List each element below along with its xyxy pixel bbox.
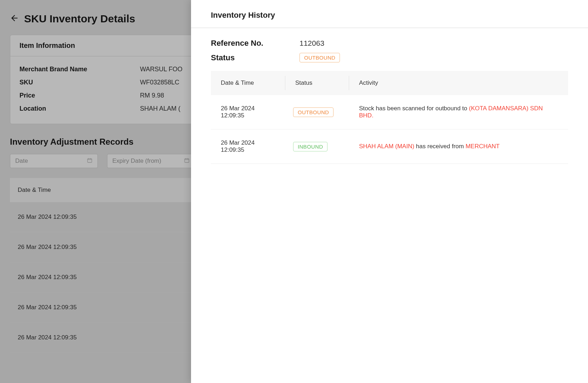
cell-activity: Stock has been scanned for outbound to (… xyxy=(349,95,568,129)
cell-status: INBOUND xyxy=(285,129,349,164)
status-label: Status xyxy=(211,53,299,62)
inventory-history-table: Date & Time Status Activity 26 Mar 2024 … xyxy=(211,71,568,164)
status-badge: OUTBOUND xyxy=(299,53,340,62)
table-row: 26 Mar 2024 12:09:35OUTBOUNDStock has be… xyxy=(211,95,568,129)
cell-status: OUTBOUND xyxy=(285,95,349,129)
status-badge: OUTBOUND xyxy=(293,107,334,117)
drawer-title: Inventory History xyxy=(211,11,568,20)
cell-datetime: 26 Mar 2024 12:09:35 xyxy=(211,129,285,164)
detail-row-reference: Reference No. 112063 xyxy=(211,39,568,48)
reference-no-value: 112063 xyxy=(299,39,324,48)
cell-datetime: 26 Mar 2024 12:09:35 xyxy=(211,95,285,129)
cell-activity: SHAH ALAM (MAIN) has received from MERCH… xyxy=(349,129,568,164)
reference-no-label: Reference No. xyxy=(211,39,299,48)
detail-row-status: Status OUTBOUND xyxy=(211,53,568,62)
activity-highlight: MERCHANT xyxy=(465,143,499,150)
col-datetime: Date & Time xyxy=(211,71,285,95)
activity-highlight: SHAH ALAM (MAIN) xyxy=(359,143,414,150)
activity-highlight: (KOTA DAMANSARA) SDN BHD. xyxy=(359,105,543,119)
col-status: Status xyxy=(285,71,349,95)
table-row: 26 Mar 2024 12:09:35INBOUNDSHAH ALAM (MA… xyxy=(211,129,568,164)
status-badge: INBOUND xyxy=(293,142,327,151)
inventory-history-drawer: Inventory History Reference No. 112063 S… xyxy=(191,0,588,383)
col-activity: Activity xyxy=(349,71,568,95)
